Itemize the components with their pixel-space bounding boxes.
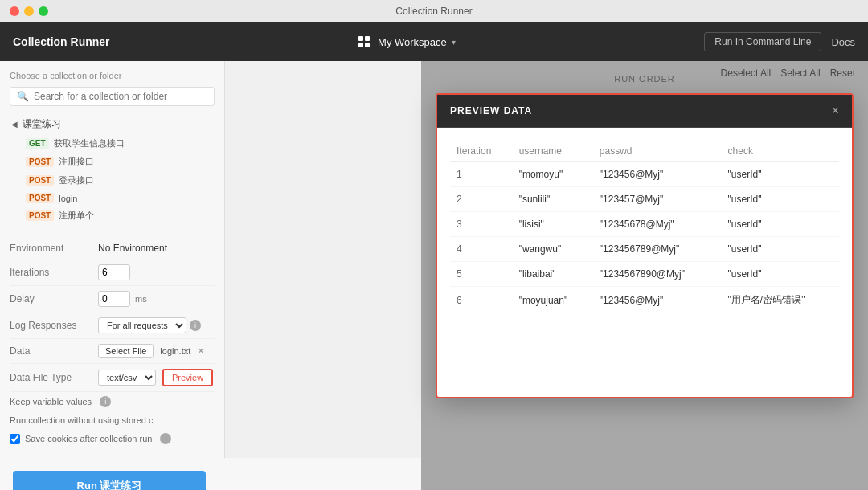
method-badge-get: GET bbox=[26, 138, 49, 149]
maximize-window-button[interactable] bbox=[39, 6, 48, 16]
search-box[interactable]: 🔍 bbox=[10, 87, 215, 106]
search-input[interactable] bbox=[34, 91, 207, 102]
chevron-down-icon: ▾ bbox=[452, 38, 456, 47]
keep-variable-label: Keep variable values bbox=[10, 397, 92, 406]
cell-iteration: 3 bbox=[450, 212, 513, 237]
grid-icon bbox=[358, 36, 370, 47]
main-layout: Choose a collection or folder 🔍 ◀ 课堂练习 G… bbox=[0, 61, 868, 490]
api-name-5: 注册单个 bbox=[59, 210, 94, 222]
save-cookies-row: Save cookies after collection run i bbox=[10, 429, 215, 448]
save-cookies-checkbox[interactable] bbox=[10, 434, 20, 444]
data-row: Data Select File login.txt ✕ bbox=[10, 339, 215, 364]
cell-iteration: 2 bbox=[450, 187, 513, 212]
cell-passwd: "123456@Myj" bbox=[593, 162, 722, 187]
cell-username: "moyujuan" bbox=[513, 287, 593, 314]
modal-title: PREVIEW DATA bbox=[450, 105, 532, 116]
sidebar-content: Choose a collection or folder 🔍 ◀ 课堂练习 G… bbox=[0, 61, 225, 458]
environment-value: No Environment bbox=[98, 243, 167, 254]
file-area: Select File login.txt ✕ bbox=[98, 344, 205, 358]
environment-label: Environment bbox=[10, 243, 98, 254]
save-cookies-label: Save cookies after collection run bbox=[25, 434, 152, 443]
run-section: Run 课堂练习 bbox=[0, 458, 421, 490]
cell-check: "userId" bbox=[722, 262, 839, 287]
cell-username: "libaibai" bbox=[513, 262, 593, 287]
preview-button[interactable]: Preview bbox=[162, 369, 213, 386]
minimize-window-button[interactable] bbox=[24, 6, 34, 16]
table-header-row: Iteration username passwd check bbox=[450, 141, 839, 162]
environment-row: Environment No Environment bbox=[10, 238, 215, 259]
sidebar: Choose a collection or folder 🔍 ◀ 课堂练习 G… bbox=[0, 61, 421, 490]
api-item-2[interactable]: POST 注册接口 bbox=[10, 153, 215, 171]
cell-iteration: 4 bbox=[450, 237, 513, 262]
col-iteration: Iteration bbox=[450, 141, 513, 162]
expand-arrow-icon: ◀ bbox=[11, 120, 18, 129]
iterations-input[interactable] bbox=[98, 264, 130, 280]
table-row: 6"moyujuan""123456@Myj""用户名/密码错误" bbox=[450, 287, 839, 314]
iterations-row: Iterations bbox=[10, 259, 215, 286]
cell-check: "userId" bbox=[722, 237, 839, 262]
window-controls bbox=[10, 6, 48, 16]
close-window-button[interactable] bbox=[10, 6, 19, 16]
cell-passwd: "123456@Myj" bbox=[593, 287, 722, 314]
api-item-5[interactable]: POST 注册单个 bbox=[10, 206, 215, 225]
save-cookies-info-icon[interactable]: i bbox=[160, 433, 171, 444]
cell-passwd: "1234567890@Myj" bbox=[593, 262, 722, 287]
appbar: Collection Runner My Workspace ▾ Run In … bbox=[0, 22, 868, 61]
table-row: 2"sunlili""123457@Myj""userId" bbox=[450, 187, 839, 212]
keep-variable-info-icon[interactable]: i bbox=[100, 396, 111, 407]
api-name-3: 登录接口 bbox=[59, 174, 94, 186]
data-file-type-row: Data File Type text/csv Preview bbox=[10, 364, 215, 392]
method-badge-post-5: POST bbox=[26, 210, 54, 221]
table-row: 5"libaibai""1234567890@Myj""userId" bbox=[450, 262, 839, 287]
table-row: 4"wangwu""123456789@Myj""userId" bbox=[450, 237, 839, 262]
docs-link[interactable]: Docs bbox=[831, 36, 855, 48]
cell-iteration: 6 bbox=[450, 287, 513, 314]
right-panel: RUN ORDER Deselect All Select All Reset … bbox=[421, 61, 868, 490]
delay-input[interactable] bbox=[98, 291, 130, 307]
log-responses-label: Log Responses bbox=[10, 320, 98, 331]
collection-item[interactable]: ◀ 课堂练习 bbox=[10, 114, 215, 134]
table-body: 1"momoyu""123456@Myj""userId"2"sunlili""… bbox=[450, 162, 839, 314]
api-item-4[interactable]: POST login bbox=[10, 190, 215, 206]
cell-username: "momoyu" bbox=[513, 162, 593, 187]
delay-row: Delay ms bbox=[10, 286, 215, 312]
modal-header: PREVIEW DATA × bbox=[437, 95, 852, 128]
log-info-icon[interactable]: i bbox=[190, 320, 201, 331]
api-item-3[interactable]: POST 登录接口 bbox=[10, 171, 215, 190]
col-passwd: passwd bbox=[593, 141, 722, 162]
remove-file-icon[interactable]: ✕ bbox=[197, 345, 205, 357]
cell-iteration: 5 bbox=[450, 262, 513, 287]
cell-iteration: 1 bbox=[450, 162, 513, 187]
run-without-stored-label: Run collection without using stored c bbox=[10, 415, 154, 425]
modal-body: Iteration username passwd check 1"momoyu… bbox=[437, 128, 852, 326]
cell-check: "userId" bbox=[722, 162, 839, 187]
choose-collection-label: Choose a collection or folder bbox=[10, 71, 215, 80]
keep-variable-row: Keep variable values i bbox=[10, 392, 215, 411]
titlebar-title: Collection Runner bbox=[395, 6, 472, 17]
table-row: 1"momoyu""123456@Myj""userId" bbox=[450, 162, 839, 187]
log-responses-select[interactable]: For all requests bbox=[98, 317, 186, 333]
method-badge-post-2: POST bbox=[26, 157, 54, 167]
cell-passwd: "12345678@Myj" bbox=[593, 212, 722, 237]
data-file-type-select[interactable]: text/csv bbox=[98, 370, 156, 386]
config-panel: Environment No Environment Iterations De… bbox=[10, 238, 215, 448]
col-check: check bbox=[722, 141, 839, 162]
collection-name: 课堂练习 bbox=[23, 117, 61, 131]
workspace-label: My Workspace bbox=[378, 36, 447, 48]
api-item-1[interactable]: GET 获取学生信息接口 bbox=[10, 134, 215, 153]
app-name: Collection Runner bbox=[13, 35, 110, 48]
file-name: login.txt bbox=[160, 346, 190, 356]
api-name-4: login bbox=[59, 194, 77, 203]
modal-close-button[interactable]: × bbox=[832, 104, 839, 117]
log-responses-row: Log Responses For all requests i bbox=[10, 312, 215, 339]
cell-check: "用户名/密码错误" bbox=[722, 287, 839, 314]
run-button[interactable]: Run 课堂练习 bbox=[13, 471, 206, 490]
table-row: 3"lisisi""12345678@Myj""userId" bbox=[450, 212, 839, 237]
delay-label: Delay bbox=[10, 293, 98, 304]
run-command-line-button[interactable]: Run In Command Line bbox=[704, 32, 821, 51]
workspace-selector[interactable]: My Workspace ▾ bbox=[358, 36, 456, 48]
select-file-button[interactable]: Select File bbox=[98, 344, 154, 358]
preview-table: Iteration username passwd check 1"momoyu… bbox=[450, 141, 839, 313]
method-badge-post-3: POST bbox=[26, 175, 54, 186]
cell-username: "lisisi" bbox=[513, 212, 593, 237]
